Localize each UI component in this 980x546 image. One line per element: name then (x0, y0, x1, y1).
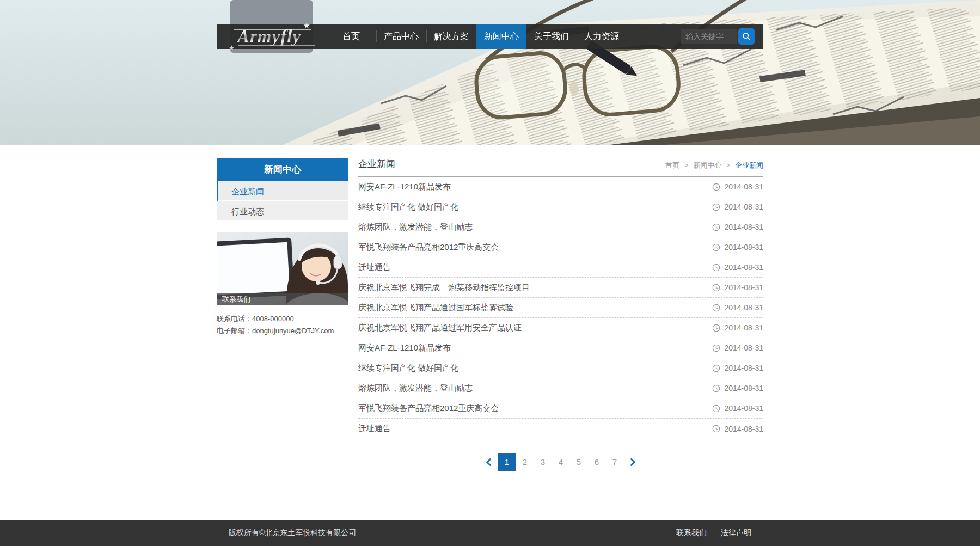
news-row[interactable]: 军悦飞翔装备产品亮相2012重庆高交会 2014-08-31 (358, 398, 763, 419)
date-text: 2014-08-31 (724, 243, 763, 251)
news-row[interactable]: 熔炼团队，激发潜能，登山励志 2014-08-31 (358, 378, 763, 398)
logo-decoration-line (234, 29, 311, 30)
email-value: dongtujunyue@DTJY.com (252, 327, 334, 335)
page-title: 企业新闻 (358, 158, 395, 170)
pagination-page-1[interactable]: 1 (498, 453, 516, 471)
pagination-page-2[interactable]: 2 (516, 453, 534, 471)
news-item-date: 2014-08-31 (712, 203, 763, 211)
pagination-next-button[interactable] (624, 453, 641, 471)
news-row[interactable]: 继续专注国产化 做好国产化 2014-08-31 (358, 197, 763, 217)
chevron-right-icon (628, 457, 638, 467)
clock-icon (712, 384, 720, 392)
clock-icon (712, 263, 720, 272)
clock-icon (712, 364, 720, 372)
copyright-text: 版权所有©北京东土军悦科技有限公司 (229, 528, 356, 538)
search-input[interactable] (681, 29, 737, 44)
phone-value: 4008-000000 (252, 315, 294, 323)
sidebar-item-company-news[interactable]: 企业新闻 (217, 181, 348, 201)
nav-item-solutions[interactable]: 解决方案 (426, 24, 476, 49)
news-item-date: 2014-08-31 (712, 404, 763, 413)
phone-label: 联系电话： (217, 315, 252, 323)
date-text: 2014-08-31 (724, 364, 763, 372)
site-logo[interactable]: Armyfly ★ ★ (237, 24, 308, 48)
date-text: 2014-08-31 (724, 384, 763, 392)
news-row[interactable]: 网安AF-ZL-1210新品发布 2014-08-31 (358, 338, 763, 358)
pagination-prev-button[interactable] (480, 453, 498, 471)
breadcrumb-separator: > (726, 161, 731, 169)
star-icon: ★ (303, 21, 310, 30)
star-icon: ★ (229, 44, 235, 52)
news-row[interactable]: 网安AF-ZL-1210新品发布 2014-08-31 (358, 177, 763, 197)
search-box (681, 28, 755, 45)
news-item-date: 2014-08-31 (712, 425, 763, 433)
news-item-title[interactable]: 庆祝北京军悦飞翔完成二炮某移动指挥监控项目 (358, 283, 530, 293)
news-item-title[interactable]: 迁址通告 (358, 424, 391, 434)
news-row[interactable]: 熔炼团队，激发潜能，登山励志 2014-08-31 (358, 217, 763, 237)
breadcrumb: 首页 > 新闻中心 > 企业新闻 (665, 161, 763, 170)
contact-email-line: 电子邮箱：dongtujunyue@DTJY.com (217, 325, 348, 337)
email-label: 电子邮箱： (217, 327, 252, 335)
clock-icon (712, 203, 720, 211)
clock-icon (712, 425, 720, 433)
news-row[interactable]: 庆祝北京军悦飞翔完成二炮某移动指挥监控项目 2014-08-31 (358, 278, 763, 298)
date-text: 2014-08-31 (724, 283, 763, 292)
news-item-title[interactable]: 继续专注国产化 做好国产化 (358, 363, 458, 373)
site-header: Armyfly ★ ★ 首页 产品中心 解决方案 新闻中心 关于我们 人力资源 (217, 24, 763, 49)
news-item-title[interactable]: 继续专注国产化 做好国产化 (358, 202, 458, 212)
date-text: 2014-08-31 (724, 343, 763, 352)
pagination-page-5[interactable]: 5 (570, 453, 587, 471)
nav-item-home[interactable]: 首页 (326, 24, 376, 49)
hero-banner (0, 0, 980, 145)
footer: 版权所有©北京东土军悦科技有限公司 联系我们 法律声明 (0, 520, 980, 546)
news-row[interactable]: 军悦飞翔装备产品亮相2012重庆高交会 2014-08-31 (358, 237, 763, 257)
news-item-title[interactable]: 熔炼团队，激发潜能，登山励志 (358, 222, 473, 232)
date-text: 2014-08-31 (724, 182, 763, 191)
pagination-page-3[interactable]: 3 (534, 453, 552, 471)
news-item-date: 2014-08-31 (712, 263, 763, 272)
pagination-page-4[interactable]: 4 (552, 453, 569, 471)
clock-icon (712, 344, 720, 352)
news-row[interactable]: 继续专注国产化 做好国产化 2014-08-31 (358, 358, 763, 378)
news-item-date: 2014-08-31 (712, 343, 763, 352)
news-item-title[interactable]: 军悦飞翔装备产品亮相2012重庆高交会 (358, 403, 499, 414)
news-item-title[interactable]: 迁址通告 (358, 262, 391, 273)
chevron-left-icon (484, 457, 494, 467)
breadcrumb-current[interactable]: 企业新闻 (735, 161, 763, 169)
date-text: 2014-08-31 (724, 203, 763, 211)
nav-item-about[interactable]: 关于我们 (526, 24, 577, 49)
clock-icon (712, 284, 720, 292)
news-item-title[interactable]: 网安AF-ZL-1210新品发布 (358, 182, 451, 192)
news-row[interactable]: 迁址通告 2014-08-31 (358, 419, 763, 439)
news-item-title[interactable]: 网安AF-ZL-1210新品发布 (358, 343, 451, 353)
news-item-date: 2014-08-31 (712, 243, 763, 251)
date-text: 2014-08-31 (724, 425, 763, 433)
contact-info: 联系电话：4008-000000 电子邮箱：dongtujunyue@DTJY.… (217, 305, 348, 337)
news-item-title[interactable]: 庆祝北京军悦飞翔产品通过国军标盐雾试验 (358, 303, 513, 313)
news-row[interactable]: 庆祝北京军悦飞翔产品通过军用安全产品认证 2014-08-31 (358, 318, 763, 338)
news-item-title[interactable]: 熔炼团队，激发潜能，登山励志 (358, 383, 473, 394)
news-row[interactable]: 庆祝北京军悦飞翔产品通过国军标盐雾试验 2014-08-31 (358, 298, 763, 318)
footer-link-contact[interactable]: 联系我们 (676, 528, 707, 538)
contact-card[interactable]: 联系我们 联系电话：4008-000000 电子邮箱：dongtujunyue@… (217, 232, 348, 337)
pagination-page-7[interactable]: 7 (606, 453, 623, 471)
footer-inner: 版权所有©北京东土军悦科技有限公司 联系我们 法律声明 (217, 520, 763, 546)
breadcrumb-news-center[interactable]: 新闻中心 (693, 161, 721, 169)
pagination-page-6[interactable]: 6 (588, 453, 605, 471)
date-text: 2014-08-31 (724, 263, 763, 272)
clock-icon (712, 243, 720, 251)
nav-item-hr[interactable]: 人力资源 (577, 24, 627, 49)
footer-links: 联系我们 法律声明 (676, 528, 751, 538)
nav-item-news[interactable]: 新闻中心 (476, 24, 526, 49)
news-item-title[interactable]: 军悦飞翔装备产品亮相2012重庆高交会 (358, 242, 499, 253)
breadcrumb-home[interactable]: 首页 (665, 161, 679, 169)
footer-link-legal[interactable]: 法律声明 (721, 528, 751, 538)
sidebar-title: 新闻中心 (217, 158, 348, 181)
news-item-title[interactable]: 庆祝北京军悦飞翔产品通过军用安全产品认证 (358, 323, 522, 333)
nav-item-products[interactable]: 产品中心 (376, 24, 426, 49)
contact-photo: 联系我们 (217, 232, 348, 305)
clock-icon (712, 404, 720, 413)
news-row[interactable]: 迁址通告 2014-08-31 (358, 257, 763, 278)
sidebar-item-industry-trends[interactable]: 行业动态 (217, 201, 348, 222)
contact-phone-line: 联系电话：4008-000000 (217, 313, 348, 325)
search-button[interactable] (738, 28, 755, 45)
